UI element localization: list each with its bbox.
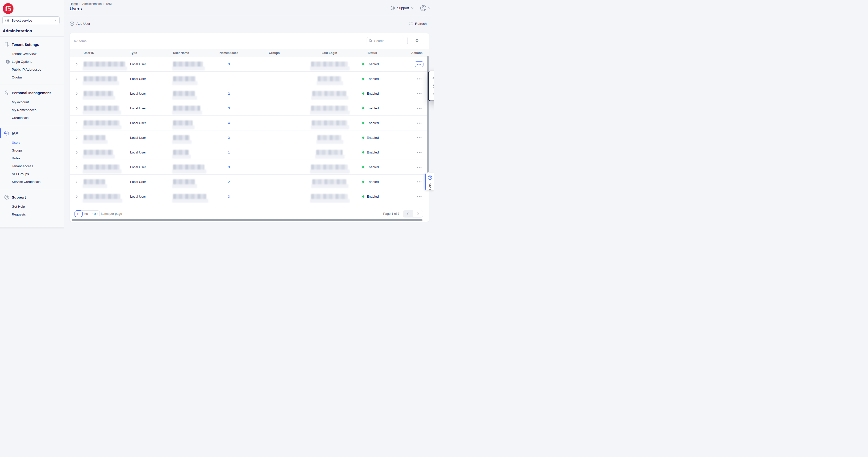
sidebar-item-my-namespaces[interactable]: My Namespaces bbox=[0, 106, 64, 114]
breadcrumb-home[interactable]: Home bbox=[70, 2, 78, 6]
topbar: Home › Administration › IAM Users Suppor… bbox=[64, 0, 434, 16]
namespaces-count-link[interactable]: 1 bbox=[228, 77, 230, 81]
sidebar-item-public-ip-addresses[interactable]: Public IP Addresses bbox=[0, 65, 64, 73]
row-actions-button[interactable] bbox=[415, 120, 424, 126]
sidebar-scrollbar[interactable] bbox=[0, 227, 64, 228]
row-actions-button[interactable] bbox=[415, 106, 424, 111]
sidebar-section-header-personal-management[interactable]: Personal Management bbox=[0, 87, 64, 98]
row-expander[interactable] bbox=[70, 180, 84, 183]
support-menu-button[interactable]: Support bbox=[391, 6, 414, 10]
row-expander[interactable] bbox=[70, 78, 84, 81]
cell-actions bbox=[391, 106, 429, 111]
namespaces-count-link[interactable]: 3 bbox=[228, 136, 230, 140]
status-label: Enabled bbox=[367, 121, 379, 125]
help-question-icon bbox=[428, 175, 432, 180]
sidebar-item-credentials[interactable]: Credentials bbox=[0, 114, 64, 122]
row-actions-button[interactable] bbox=[415, 61, 424, 67]
sidebar-item-login-options[interactable]: Login Options bbox=[0, 58, 64, 65]
row-actions-button[interactable] bbox=[415, 76, 424, 82]
search-input[interactable] bbox=[374, 39, 406, 43]
gear-icon[interactable]: ⚙ bbox=[415, 38, 419, 43]
sidebar-item-users[interactable]: Users bbox=[0, 139, 64, 146]
previous-page-button[interactable] bbox=[403, 210, 413, 217]
column-header-status: Status bbox=[354, 51, 391, 55]
redacted-user-name bbox=[173, 179, 195, 185]
sidebar-section-header-iam[interactable]: IAM bbox=[0, 128, 64, 139]
row-actions-button[interactable] bbox=[415, 135, 424, 141]
service-selector[interactable]: Select service bbox=[2, 17, 60, 24]
namespaces-count-link[interactable]: 3 bbox=[228, 106, 230, 110]
row-actions-button[interactable] bbox=[415, 179, 424, 185]
namespaces-count-link[interactable]: 2 bbox=[228, 92, 230, 95]
status-label: Enabled bbox=[367, 165, 379, 169]
sidebar-item-label: My Account bbox=[12, 100, 29, 104]
namespaces-count-link[interactable]: 3 bbox=[228, 62, 230, 66]
support-label: Support bbox=[397, 6, 409, 10]
redacted-user-id bbox=[84, 164, 120, 170]
menu-item-request-password-update[interactable]: Request password update bbox=[429, 82, 434, 90]
row-expander[interactable] bbox=[70, 122, 84, 125]
sidebar-item-service-credentials[interactable]: Service Credentials bbox=[0, 178, 64, 186]
row-expander[interactable] bbox=[70, 166, 84, 169]
sidebar-item-tenant-overview[interactable]: Tenant Overview bbox=[0, 50, 64, 58]
namespaces-count-link[interactable]: 3 bbox=[228, 195, 230, 199]
cell-namespaces: 3 bbox=[214, 195, 244, 199]
breadcrumb-separator-icon: › bbox=[103, 2, 104, 6]
chevron-down-icon bbox=[54, 19, 57, 21]
row-actions-button[interactable] bbox=[415, 164, 424, 170]
table-row: Local User 1 Enabled bbox=[70, 71, 429, 86]
sidebar-item-tenant-access[interactable]: Tenant Access bbox=[0, 162, 64, 170]
redacted-user-id bbox=[84, 106, 119, 111]
column-header-namespaces: Namespaces bbox=[214, 51, 244, 55]
cell-last-login bbox=[305, 135, 354, 141]
row-expander[interactable] bbox=[70, 107, 84, 110]
account-menu-button[interactable] bbox=[420, 5, 431, 11]
namespaces-count-link[interactable]: 4 bbox=[228, 121, 230, 125]
sidebar-item-requests[interactable]: Requests bbox=[0, 210, 64, 218]
sidebar-item-roles[interactable]: Roles bbox=[0, 154, 64, 162]
redacted-user-id bbox=[84, 76, 117, 82]
chevron-down-icon bbox=[411, 7, 414, 9]
sidebar-item-api-groups[interactable]: API Groups bbox=[0, 170, 64, 178]
status-dot-icon bbox=[362, 181, 364, 183]
sidebar-item-quotas[interactable]: Quotas bbox=[0, 73, 64, 81]
add-user-button[interactable]: Add User bbox=[70, 21, 90, 26]
redacted-user-name bbox=[173, 76, 195, 82]
row-expander[interactable] bbox=[70, 195, 84, 198]
refresh-button[interactable]: Refresh bbox=[409, 21, 427, 26]
breadcrumb: Home › Administration › IAM bbox=[70, 2, 112, 6]
sidebar-section-header-support[interactable]: Support bbox=[0, 192, 64, 203]
sidebar-section-header-tenant-settings[interactable]: Tenant Settings bbox=[0, 39, 64, 50]
namespaces-count-link[interactable]: 1 bbox=[228, 151, 230, 154]
sidebar-item-my-account[interactable]: My Account bbox=[0, 98, 64, 106]
sidebar-item-groups[interactable]: Groups bbox=[0, 146, 64, 154]
table-row: Local User 3 Enabled bbox=[70, 160, 429, 175]
row-expander[interactable] bbox=[70, 63, 84, 66]
row-expander[interactable] bbox=[70, 136, 84, 139]
refresh-icon bbox=[409, 21, 413, 26]
page-size-50[interactable]: 50 bbox=[82, 211, 90, 217]
row-expander[interactable] bbox=[70, 92, 84, 95]
page-size-10[interactable]: 10 bbox=[75, 211, 82, 217]
menu-item-edit-user[interactable]: Edit User bbox=[429, 73, 434, 82]
row-expander[interactable] bbox=[70, 151, 84, 154]
row-actions-button[interactable] bbox=[415, 91, 424, 96]
cell-user-id bbox=[84, 76, 130, 82]
sidebar-section-support: SupportGet HelpRequests bbox=[0, 189, 64, 222]
row-actions-button[interactable] bbox=[415, 150, 424, 155]
chevron-right-icon bbox=[76, 92, 78, 95]
help-tab-button[interactable]: Help bbox=[425, 173, 434, 190]
cell-type: Local User bbox=[130, 62, 173, 66]
namespaces-count-link[interactable]: 2 bbox=[228, 180, 230, 184]
cell-actions bbox=[391, 76, 429, 82]
next-page-button[interactable] bbox=[413, 210, 423, 217]
row-actions-button[interactable] bbox=[415, 194, 424, 199]
sidebar-item-get-help[interactable]: Get Help bbox=[0, 203, 64, 210]
page-size-100[interactable]: 100 bbox=[90, 211, 99, 217]
search-box bbox=[367, 37, 408, 44]
table-row: Local User 3 Enabled bbox=[70, 189, 429, 204]
column-header-actions: Actions bbox=[391, 51, 429, 55]
menu-item-reset-2fa[interactable]: Reset 2FA bbox=[429, 90, 434, 98]
namespaces-count-link[interactable]: 3 bbox=[228, 165, 230, 169]
lifebuoy-icon bbox=[4, 195, 9, 200]
